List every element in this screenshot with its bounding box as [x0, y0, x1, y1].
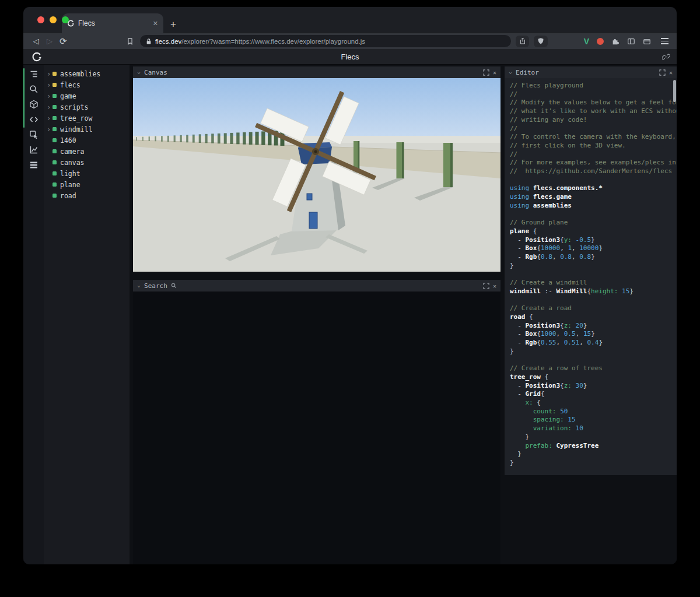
code-line: prefab: CypressTree [510, 442, 677, 451]
tab-close-icon[interactable]: ✕ [153, 20, 158, 27]
code-line: - Position3{z: 20} [510, 322, 677, 331]
expand-arrow-icon[interactable]: › [47, 71, 52, 78]
code-line: } [510, 347, 677, 356]
extensions-puzzle-icon[interactable] [611, 37, 620, 45]
tree-item-tree_row[interactable]: ›tree_row [44, 113, 130, 124]
canvas-3d-view[interactable] [133, 78, 501, 272]
active-panels-indicator [23, 68, 24, 128]
entity-color-icon [52, 127, 57, 131]
code-line: // Create a windmill [510, 279, 677, 287]
extension-area: V [584, 37, 671, 46]
inspect-cursor-icon[interactable] [29, 130, 38, 139]
browser-tab[interactable]: Flecs ✕ [62, 13, 163, 33]
close-panel-icon[interactable]: ✕ [669, 69, 673, 76]
minimize-window-button[interactable] [50, 16, 57, 23]
app-header: Flecs [23, 49, 677, 65]
browser-menu-icon[interactable] [661, 38, 668, 44]
tree-item-windmill[interactable]: ›windmill [44, 124, 130, 135]
collapse-chevron-icon[interactable]: ⌄ [509, 69, 512, 75]
entity-color-icon [52, 160, 57, 164]
tree-item-canvas[interactable]: canvas [44, 157, 130, 168]
entity-label: assemblies [60, 70, 100, 78]
expand-arrow-icon[interactable]: › [47, 93, 52, 100]
entity-color-icon [52, 83, 57, 87]
stats-chart-icon[interactable] [29, 145, 38, 154]
windmill-door [309, 212, 317, 229]
close-panel-icon[interactable]: ✕ [493, 69, 496, 76]
bookmark-icon[interactable] [126, 37, 134, 45]
code-line: - Box{10000, 1, 10000} [510, 244, 677, 253]
expand-panel-icon[interactable] [483, 283, 489, 289]
expand-arrow-icon[interactable]: › [47, 126, 52, 133]
code-line: - Grid{ [510, 390, 677, 399]
code-line: using flecs.components.* [510, 184, 677, 193]
tree-item-1460[interactable]: 1460 [44, 135, 130, 146]
code-line: - Position3{z: 30} [510, 382, 677, 391]
close-panel-icon[interactable]: ✕ [493, 283, 496, 289]
tree-item-assemblies[interactable]: ›assemblies [44, 68, 130, 79]
code-line: // Flecs playground [510, 82, 677, 90]
entity-color-icon [52, 182, 57, 187]
main-area: ⌄ Canvas ✕ [130, 65, 677, 564]
tree-item-road[interactable]: road [44, 190, 130, 201]
search-magnifier-icon [171, 283, 177, 289]
zoom-window-button[interactable] [62, 16, 69, 23]
code-line: // Create a road [510, 304, 677, 313]
back-button[interactable]: ◁ [29, 37, 43, 45]
close-window-button[interactable] [37, 16, 44, 23]
shield-icon[interactable] [534, 36, 547, 47]
address-bar[interactable]: flecs.dev/explorer/?wasm=https://www.fle… [140, 35, 511, 47]
code-line [510, 270, 677, 279]
entities-cube-icon[interactable] [29, 100, 38, 109]
code-line: } [510, 450, 677, 459]
extension-v-icon[interactable]: V [584, 37, 589, 46]
tree-item-game[interactable]: ›game [44, 90, 130, 101]
code-line: count: 50 [510, 408, 677, 416]
expand-panel-icon[interactable] [483, 69, 489, 76]
entity-color-icon [52, 105, 57, 109]
tree-item-plane[interactable]: plane [44, 179, 130, 190]
code-line: using assemblies [510, 202, 677, 210]
entity-label: canvas [60, 159, 85, 167]
tree-item-camera[interactable]: camera [44, 146, 130, 157]
entity-color-icon [52, 194, 57, 198]
code-icon[interactable] [29, 115, 38, 124]
expand-arrow-icon[interactable]: › [47, 115, 52, 122]
editor-scrollbar[interactable] [673, 80, 676, 102]
reload-button[interactable]: ⟳ [57, 37, 70, 45]
tree-item-light[interactable]: light [44, 168, 130, 179]
sidebar-toggle-icon[interactable] [627, 37, 635, 45]
windmill-window [307, 194, 312, 200]
collapse-chevron-icon[interactable]: ⌄ [137, 282, 141, 288]
url-text: flecs.dev/explorer/?wasm=https://www.fle… [155, 38, 365, 45]
canvas-panel-title: Canvas [144, 69, 167, 76]
code-line: // [510, 90, 677, 99]
entity-color-icon [52, 138, 57, 142]
editor-code[interactable]: // Flecs playground//// Modify the value… [505, 78, 677, 475]
code-line: // To control the camera with the keyboa… [510, 133, 677, 142]
forward-button[interactable]: ▷ [43, 37, 56, 45]
search-icon[interactable] [29, 85, 38, 94]
sky [133, 78, 501, 137]
share-button[interactable] [516, 36, 529, 47]
expand-arrow-icon[interactable]: › [47, 82, 52, 89]
new-tab-button[interactable]: + [170, 19, 176, 29]
expand-panel-icon[interactable] [659, 69, 666, 76]
entity-color-icon [52, 116, 57, 120]
outliner-icon[interactable] [29, 69, 38, 79]
wallet-icon[interactable] [643, 37, 651, 45]
tree-item-scripts[interactable]: ›scripts [44, 101, 130, 113]
metrics-rows-icon[interactable] [29, 160, 38, 170]
entity-label: tree_row [60, 114, 92, 122]
collapse-chevron-icon[interactable]: ⌄ [137, 69, 141, 75]
extension-red-icon[interactable] [597, 38, 604, 45]
search-results-area[interactable] [133, 292, 501, 564]
code-line: } [510, 459, 677, 468]
expand-arrow-icon[interactable]: › [47, 104, 52, 111]
tree-item-flecs[interactable]: ›flecs [44, 79, 130, 90]
lock-icon [146, 38, 152, 45]
code-line: road { [510, 313, 677, 322]
browser-tab-strip: Flecs ✕ + [23, 7, 677, 33]
entity-color-icon [52, 149, 57, 153]
code-line: spacing: 15 [510, 416, 677, 424]
